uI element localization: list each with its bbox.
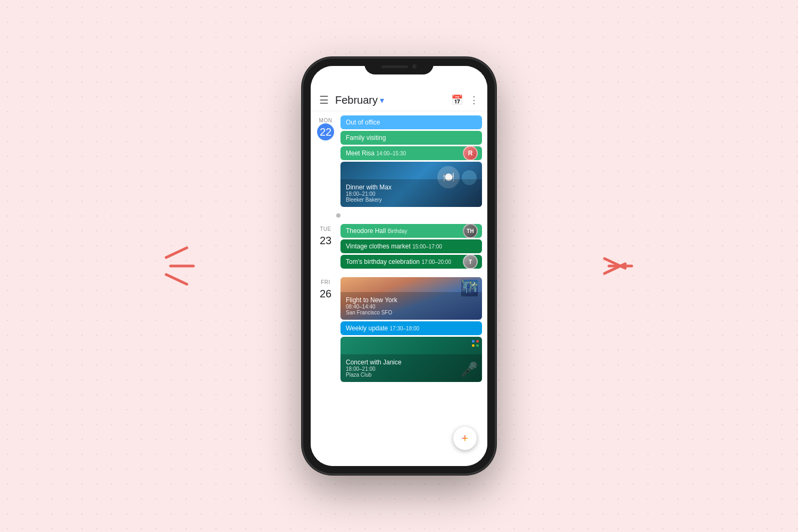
day-section-fri26: FRI 26 🌃 Flight to New York 08:40–14:40 … — [311, 273, 487, 386]
day-name-tue: TUE — [320, 226, 331, 232]
event-avatar-risa: R — [463, 146, 478, 160]
event-dinner-max[interactable]: 🍽️ Dinner with Max 18:00–21:00 Bleeker B… — [340, 162, 482, 207]
day-label-mon22: MON 22 — [311, 115, 340, 207]
app-header: ☰ February ▾ 📅 ⋮ — [311, 89, 487, 111]
speaker — [381, 65, 408, 68]
phone-notch — [364, 59, 434, 74]
month-dropdown-icon: ▾ — [380, 95, 384, 105]
day-label-fri26: FRI 26 — [311, 277, 340, 382]
event-flight-ny[interactable]: 🌃 Flight to New York 08:40–14:40 San Fra… — [340, 277, 482, 320]
chevron-line-2 — [169, 265, 195, 268]
more-options-icon[interactable]: ⋮ — [469, 94, 479, 106]
calendar-today-icon[interactable]: 📅 — [451, 94, 463, 106]
calendar-scroll-area[interactable]: MON 22 Out of office Family visiting — [311, 111, 487, 466]
day-name-mon: MON — [319, 118, 332, 123]
front-camera — [412, 64, 417, 69]
event-location: Plaza Club — [346, 372, 477, 378]
left-chevron-decoration — [165, 257, 195, 276]
event-title: Concert with Janice — [346, 359, 477, 366]
event-time: 14:00–15:30 — [376, 151, 406, 156]
header-title[interactable]: February ▾ — [335, 94, 451, 106]
event-meet-risa[interactable]: Meet Risa 14:00–15:30 R — [340, 146, 482, 160]
event-out-of-office[interactable]: Out of office — [340, 115, 482, 129]
event-time: 17:30–18:00 — [390, 326, 420, 331]
phone-screen: ☰ February ▾ 📅 ⋮ MON 22 — [311, 66, 487, 466]
event-title: Tom's birthday celebration — [346, 258, 420, 265]
event-info-concert: Concert with Janice 18:00–21:00 Plaza Cl… — [340, 354, 482, 382]
event-family-visiting[interactable]: Family visiting — [340, 131, 482, 145]
events-fri26: 🌃 Flight to New York 08:40–14:40 San Fra… — [340, 277, 487, 382]
event-title: Family visiting — [346, 134, 386, 142]
events-mon22: Out of office Family visiting Meet Risa … — [340, 115, 487, 207]
chevron-line-3 — [164, 273, 189, 286]
scroll-bottom-spacer — [311, 386, 487, 423]
phone-frame: ☰ February ▾ 📅 ⋮ MON 22 — [303, 59, 495, 473]
event-title: Out of office — [346, 119, 380, 126]
fab-add-event[interactable]: + — [453, 427, 477, 450]
chevron-line-1 — [164, 246, 189, 259]
event-weekly-update[interactable]: Weekly update 17:30–18:00 — [340, 321, 482, 335]
month-title: February — [335, 94, 378, 106]
event-title: Meet Risa — [346, 149, 375, 157]
event-toms-birthday[interactable]: Tom's birthday celebration 17:00–20:00 T — [340, 255, 482, 269]
day-number-23: 23 — [317, 232, 334, 249]
event-location: San Francisco SFO — [346, 310, 477, 315]
event-avatar-tom: T — [463, 255, 478, 269]
day-name-fri: FRI — [321, 279, 330, 285]
event-info-flight: Flight to New York 08:40–14:40 San Franc… — [340, 292, 482, 320]
google-dots-decoration — [472, 340, 479, 347]
fab-plus-icon: + — [462, 431, 469, 445]
events-tue23: Theodore Hall Birthday TH Vintage clothe… — [340, 224, 487, 269]
event-time: 17:00–20:00 — [421, 259, 451, 265]
menu-icon[interactable]: ☰ — [319, 94, 329, 106]
event-location: Bleeker Bakery — [346, 197, 477, 203]
event-time: 08:40–14:40 — [346, 304, 477, 310]
time-divider-1 — [311, 213, 487, 218]
event-title: Theodore Hall — [346, 227, 386, 235]
day-section-mon22: MON 22 Out of office Family visiting — [311, 111, 487, 211]
event-vintage-market[interactable]: Vintage clothes market 15:00–17:00 — [340, 239, 482, 253]
right-chevron-decoration — [603, 257, 633, 276]
event-info-dinner: Dinner with Max 18:00–21:00 Bleeker Bake… — [340, 179, 482, 207]
event-time: 18:00–21:00 — [346, 191, 477, 197]
header-actions: 📅 ⋮ — [451, 94, 479, 106]
day-section-tue23: TUE 23 Theodore Hall Birthday TH — [311, 220, 487, 273]
event-title: Vintage clothes market — [346, 243, 411, 250]
event-subtitle: Birthday — [388, 228, 408, 234]
event-concert-janice[interactable]: 🎤 Concert with Janice 18:00–21:00 Plaza … — [340, 337, 482, 382]
day-number-22: 22 — [317, 123, 334, 140]
event-avatar-theodore: TH — [463, 224, 478, 238]
app-container: ☰ February ▾ 📅 ⋮ MON 22 — [311, 66, 487, 466]
event-theodore-hall[interactable]: Theodore Hall Birthday TH — [340, 224, 482, 238]
event-title: Dinner with Max — [346, 184, 477, 191]
time-dot — [336, 213, 340, 218]
event-title: Flight to New York — [346, 296, 477, 304]
event-time: 15:00–17:00 — [412, 244, 442, 250]
event-title: Weekly update — [346, 325, 388, 332]
day-label-tue23: TUE 23 — [311, 224, 340, 269]
event-time: 18:00–21:00 — [346, 366, 477, 372]
day-number-26: 26 — [317, 285, 334, 302]
